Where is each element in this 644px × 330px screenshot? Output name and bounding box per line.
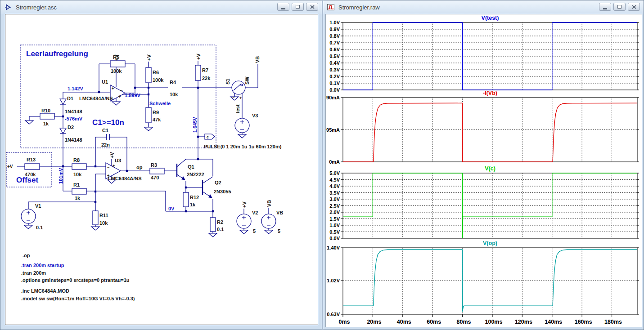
x-tick-label: 180ms bbox=[604, 319, 622, 325]
schematic-label: R2 bbox=[217, 219, 223, 225]
trace--I(Vb)[interactable] bbox=[343, 103, 637, 162]
trace-V(test)[interactable] bbox=[343, 22, 637, 90]
x-tick-label: 160ms bbox=[575, 319, 592, 325]
schematic-label: 22n bbox=[101, 142, 110, 147]
transistor-q2[interactable] bbox=[203, 177, 213, 198]
restore-icon bbox=[296, 5, 300, 9]
waveform-plot-area[interactable]: 0.0V0.1V0.2V0.3V0.4V0.5V0.6V0.7V0.8V0.9V… bbox=[326, 14, 641, 327]
schematic-label: R4 bbox=[170, 80, 176, 85]
y-tick-label: 0.5V bbox=[329, 54, 340, 59]
close-icon bbox=[310, 5, 315, 9]
schematic-label: 0V bbox=[168, 206, 175, 211]
waveform-titlebar[interactable]: Stromregler.raw bbox=[323, 0, 644, 14]
trace-V(op)[interactable] bbox=[343, 250, 637, 312]
minimize-button[interactable] bbox=[599, 3, 611, 11]
restore-button[interactable] bbox=[292, 3, 304, 11]
schematic-label: Offset bbox=[16, 176, 38, 184]
schematic-label: + bbox=[118, 94, 121, 99]
voltage-source-vb[interactable] bbox=[261, 214, 276, 228]
schematic-label: .model sw sw(Ron=1m Roff=10G Vt=0.5 Vh=-… bbox=[21, 296, 135, 301]
close-button[interactable] bbox=[628, 3, 640, 11]
schematic-label: Schwelle bbox=[149, 101, 171, 106]
switch-s1[interactable] bbox=[232, 81, 245, 94]
diode-d2[interactable] bbox=[60, 128, 66, 134]
y-tick-label: 3.0V bbox=[329, 196, 340, 202]
schematic-label: Leerlaufregelung bbox=[26, 49, 88, 58]
plot-pane--I(Vb)[interactable]: 0mA495mA990mA-I(Vb) bbox=[326, 90, 639, 165]
y-tick-label: 0.8V bbox=[329, 33, 340, 39]
waveform-canvas[interactable]: 0.0V0.1V0.2V0.3V0.4V0.5V0.6V0.7V0.8V0.9V… bbox=[325, 14, 642, 327]
capacitor-c1[interactable] bbox=[107, 134, 109, 140]
schematic-file-icon bbox=[4, 3, 12, 11]
schematic-canvas[interactable]: LeerlaufregelungR5100k+VU1+−+−LMC6484A/N… bbox=[5, 14, 318, 325]
close-button[interactable] bbox=[306, 3, 318, 11]
y-tick-label: 0mA bbox=[329, 159, 340, 165]
schematic-label: +V bbox=[109, 152, 115, 158]
schematic-drawing: LeerlaufregelungR5100k+VU1+−+−LMC6484A/N… bbox=[5, 14, 318, 325]
minimize-icon bbox=[281, 8, 285, 9]
schematic-label: U3 bbox=[115, 158, 121, 163]
schematic-label: 1.599V bbox=[125, 93, 141, 98]
pane-border bbox=[343, 98, 637, 162]
schematic-label: S1 bbox=[225, 79, 230, 85]
y-tick-label: 4.0V bbox=[329, 183, 340, 189]
plot-pane-V(c)[interactable]: 0.0V0.5V1.0V1.5V2.0V2.5V3.0V3.5V4.0V4.5V… bbox=[329, 165, 639, 241]
pane-title: -I(Vb) bbox=[483, 90, 497, 96]
schematic-label: R7 bbox=[202, 67, 208, 73]
schematic-label: 47k bbox=[153, 117, 161, 122]
schematic-label: D1 bbox=[67, 96, 73, 101]
schematic-label: 0.1 bbox=[217, 227, 224, 232]
plot-pane-V(op)[interactable]: 0.63V1.02V1.40VV(op)0ms20ms40ms60ms80ms1… bbox=[327, 240, 639, 325]
schematic-label: .options gminsteps=0 srcsteps=0 ptrantau… bbox=[21, 277, 130, 283]
minimize-button[interactable] bbox=[277, 3, 289, 11]
voltage-source-v3[interactable] bbox=[235, 118, 249, 133]
y-tick-label: 4.5V bbox=[329, 177, 340, 183]
schematic-label: R3 bbox=[151, 162, 157, 168]
y-tick-label: 3.5V bbox=[329, 190, 340, 196]
schematic-label: + bbox=[113, 164, 115, 168]
schematic-label: 2N2222 bbox=[187, 172, 204, 177]
y-tick-label: 1.02V bbox=[327, 278, 340, 283]
x-tick-label: 60ms bbox=[427, 319, 441, 325]
schematic-label: 5 bbox=[278, 228, 280, 234]
resistors[interactable] bbox=[25, 61, 216, 232]
pane-border bbox=[343, 22, 637, 90]
voltage-source-v2[interactable] bbox=[237, 214, 251, 228]
minimize-icon bbox=[603, 8, 607, 9]
schematic-label: 100k bbox=[153, 77, 164, 83]
x-tick-label: 140ms bbox=[545, 319, 562, 325]
waveform-window: Stromregler.raw 0.0V0.1V0.2V0.3V0.4V0.5V… bbox=[323, 0, 644, 330]
schematic-label: − bbox=[232, 95, 234, 99]
schematic-label: 1k bbox=[190, 202, 196, 207]
y-tick-label: 2.5V bbox=[329, 203, 340, 209]
transistor-q1[interactable] bbox=[177, 159, 186, 180]
y-tick-label: 0.0V bbox=[329, 236, 340, 241]
schematic-label: LMC6484A/NS bbox=[108, 176, 142, 181]
schematic-label: − bbox=[120, 88, 122, 93]
schematic-label: 1.142V bbox=[68, 86, 84, 91]
y-tick-label: 0.2V bbox=[329, 74, 340, 79]
waveform-file-icon bbox=[327, 3, 335, 11]
schematic-label: +V bbox=[114, 54, 119, 61]
window-title: Stromregler.asc bbox=[16, 4, 57, 11]
schematic-label: .op bbox=[23, 253, 30, 258]
restore-button[interactable] bbox=[613, 3, 626, 11]
schematic-label: R1 bbox=[73, 182, 80, 187]
schematic-label: R8 bbox=[73, 157, 80, 163]
diode-d1[interactable] bbox=[60, 99, 66, 104]
ltspice-desktop: Stromregler.asc bbox=[0, 0, 644, 330]
schematic-label: LMC6484A/NS bbox=[79, 96, 113, 101]
schematic-label: 0.1 bbox=[36, 225, 43, 230]
y-tick-label: 0.0V bbox=[329, 87, 340, 93]
schematic-label: c bbox=[207, 135, 209, 139]
schematic-label: PULSE(0 1 20m 1u 1u 60m 120m) bbox=[204, 144, 282, 149]
schematic-label: R11 bbox=[99, 213, 108, 218]
voltage-source-v1[interactable] bbox=[21, 209, 36, 223]
plot-pane-V(test)[interactable]: 0.0V0.1V0.2V0.3V0.4V0.5V0.6V0.7V0.8V0.9V… bbox=[329, 15, 639, 93]
y-tick-label: 1.40V bbox=[327, 245, 340, 250]
schematic-label: SW bbox=[244, 76, 250, 85]
close-icon bbox=[632, 5, 636, 9]
y-tick-label: 0.9V bbox=[329, 27, 340, 32]
trace-V(c)[interactable] bbox=[343, 173, 637, 238]
schematic-titlebar[interactable]: Stromregler.asc bbox=[0, 0, 322, 14]
